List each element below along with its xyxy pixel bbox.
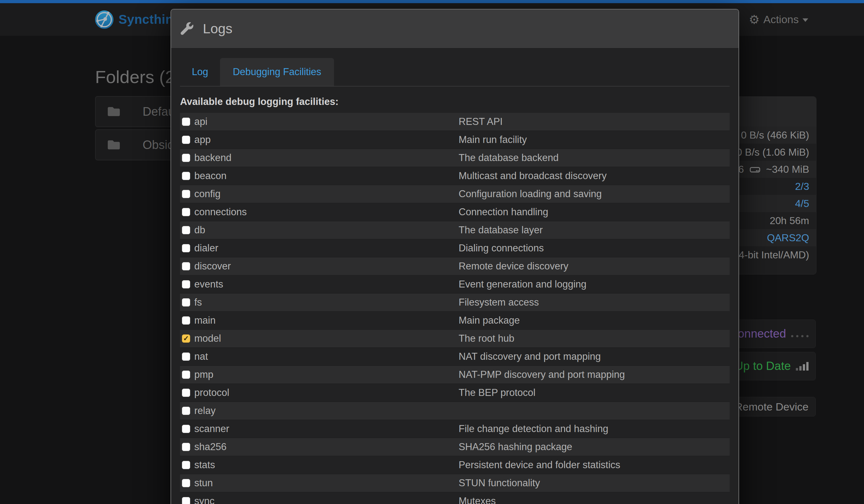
facility-row: backend The database backend <box>180 149 730 167</box>
facility-description: Event generation and logging <box>459 279 586 290</box>
facility-row: api REST API <box>180 113 730 131</box>
facility-description: File change detection and hashing <box>459 423 608 435</box>
device-info-value: 0 B/s (466 KiB) <box>741 129 809 141</box>
facility-name: connections <box>194 206 247 218</box>
facility-checkbox[interactable] <box>182 371 190 379</box>
tab-debugging-facilities[interactable]: Debugging Facilities <box>220 58 334 86</box>
facility-checkbox[interactable] <box>182 407 190 415</box>
facility-name: backend <box>194 152 231 164</box>
device-info-value: 0 B/s (1.06 MiB) <box>736 146 809 158</box>
facility-row: fs Filesystem access <box>180 293 730 312</box>
facility-checkbox[interactable] <box>182 479 190 487</box>
facility-name: api <box>194 116 207 128</box>
facility-row: beacon Multicast and broadcast discovery <box>180 167 730 185</box>
top-accent-bar <box>0 0 864 3</box>
facility-row: sync Mutexes <box>180 492 730 504</box>
facility-checkbox[interactable] <box>182 461 190 469</box>
facility-row: stats Persistent device and folder stati… <box>180 456 730 474</box>
facility-name: nat <box>194 351 208 362</box>
facility-name: discover <box>194 261 231 272</box>
facility-description: STUN functionality <box>459 477 540 489</box>
facility-row: app Main run facility <box>180 131 730 149</box>
facility-checkbox[interactable] <box>182 190 190 198</box>
facility-checkbox[interactable] <box>182 208 190 216</box>
modal-title: Logs <box>203 21 232 36</box>
facility-description: The database backend <box>459 152 559 164</box>
facility-row: nat NAT discovery and port mapping <box>180 348 730 366</box>
facility-checkbox[interactable] <box>182 497 190 504</box>
syncthing-logo-icon <box>94 10 114 29</box>
actions-label: Actions <box>764 13 799 26</box>
facility-checkbox[interactable] <box>182 388 190 397</box>
page-title: Folders (2) <box>95 67 181 87</box>
facility-description: Remote device discovery <box>459 261 568 272</box>
folder-icon <box>107 139 120 151</box>
facility-checkbox[interactable] <box>182 262 190 271</box>
facility-description: The BEP protocol <box>459 387 535 398</box>
facility-description: Main package <box>459 315 520 326</box>
brand-link[interactable]: Syncthing <box>94 3 181 36</box>
facility-description: Multicast and broadcast discovery <box>459 170 607 182</box>
facility-checkbox[interactable] <box>182 136 190 144</box>
facility-description: The database layer <box>459 225 543 236</box>
device-info-value: (64-bit Intel/AMD) <box>730 249 809 261</box>
facility-checkbox[interactable] <box>182 154 190 162</box>
facility-name: stun <box>194 477 213 489</box>
facility-description: Filesystem access <box>459 297 539 308</box>
facility-description: Connection handling <box>459 206 548 218</box>
facility-checkbox[interactable]: ✓ <box>182 334 190 343</box>
facility-name: scanner <box>194 423 229 435</box>
facility-row: dialer Dialing connections <box>180 239 730 257</box>
facility-checkbox[interactable] <box>182 352 190 361</box>
facility-row: protocol The BEP protocol <box>180 384 730 402</box>
facility-checkbox[interactable] <box>182 443 190 451</box>
facility-description: The root hub <box>459 333 514 344</box>
facility-name: sync <box>194 495 215 504</box>
logs-modal: Logs Log Debugging Facilities Available … <box>170 9 739 504</box>
facility-description: NAT-PMP discovery and port mapping <box>459 369 625 380</box>
facility-name: sha256 <box>194 441 227 453</box>
facility-row: config Configuration loading and saving <box>180 185 730 203</box>
facility-row: connections Connection handling <box>180 203 730 221</box>
device-info-value: 4/5 <box>795 198 809 209</box>
facility-description: REST API <box>459 116 503 128</box>
facilities-heading: Available debug logging facilities: <box>180 95 730 109</box>
chevron-down-icon <box>803 19 808 22</box>
facility-checkbox[interactable] <box>182 244 190 252</box>
facility-checkbox[interactable] <box>182 316 190 325</box>
facility-checkbox[interactable] <box>182 226 190 234</box>
device-info-value: ~340 MiB <box>766 164 809 175</box>
facility-checkbox[interactable] <box>182 298 190 307</box>
facility-description: Dialing connections <box>459 242 544 254</box>
facility-name: config <box>194 188 220 200</box>
facility-row: events Event generation and logging <box>180 275 730 293</box>
facility-name: protocol <box>194 387 229 398</box>
facility-name: dialer <box>194 242 218 254</box>
facility-row: relay <box>180 402 730 420</box>
facility-checkbox[interactable] <box>182 425 190 433</box>
gear-icon: ⚙ <box>749 14 759 26</box>
facility-row: discover Remote device discovery <box>180 257 730 275</box>
facility-checkbox[interactable] <box>182 280 190 288</box>
log-tabs: Log Debugging Facilities <box>180 58 730 86</box>
facility-row: db The database layer <box>180 221 730 239</box>
signal-bars-icon <box>796 362 808 371</box>
facility-checkbox[interactable] <box>182 172 190 180</box>
facility-description: Configuration loading and saving <box>459 188 602 200</box>
facility-checkbox[interactable] <box>182 118 190 126</box>
facility-name: relay <box>194 405 216 417</box>
facility-description: NAT discovery and port mapping <box>459 351 601 362</box>
actions-menu-button[interactable]: ⚙ Actions <box>749 3 808 36</box>
facility-name: app <box>194 134 211 145</box>
facility-name: main <box>194 315 216 326</box>
facility-description: SHA256 hashing package <box>459 441 572 453</box>
facility-name: stats <box>194 459 215 471</box>
facility-name: beacon <box>194 170 227 182</box>
facility-row: ✓ model The root hub <box>180 330 730 348</box>
facilities-table: api REST API app Main run facility backe… <box>180 113 730 504</box>
hdd-icon <box>749 165 760 173</box>
facility-description: Main run facility <box>459 134 527 145</box>
tab-log[interactable]: Log <box>180 58 220 86</box>
facility-description: Mutexes <box>459 495 496 504</box>
facility-name: pmp <box>194 369 213 380</box>
